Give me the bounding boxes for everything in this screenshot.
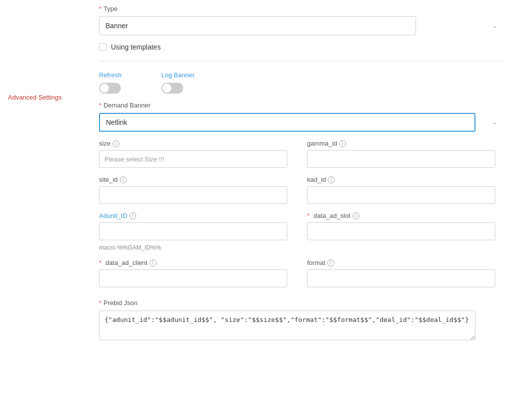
demand-select-wrapper: Netlink ⌄ [99, 113, 503, 132]
sidebar: Advanced Settings [0, 0, 79, 420]
size-input[interactable] [99, 150, 287, 168]
log-banner-label: Log Banner [161, 71, 195, 79]
gamma-id-input[interactable] [307, 150, 495, 168]
fields-grid: size i gamma_id i site_id [99, 140, 503, 287]
gamma-id-field-group: gamma_id i [307, 140, 495, 168]
adunit-id-input[interactable] [99, 222, 287, 240]
size-label: size i [99, 140, 287, 147]
type-section: *Type Banner ⌄ Using templates [99, 0, 503, 51]
advanced-section: Refresh Log Banner *Demand Banner Netlin… [99, 71, 503, 342]
using-templates-row: Using templates [99, 43, 503, 51]
data-ad-slot-label: * data_ad_slot i [307, 212, 495, 219]
refresh-label: Refresh [99, 71, 122, 79]
log-banner-toggle[interactable] [161, 83, 183, 94]
prebid-required-star: * [99, 299, 102, 307]
data-ad-client-input[interactable] [99, 269, 287, 287]
data-ad-slot-input[interactable] [307, 222, 495, 240]
using-templates-label: Using templates [111, 43, 160, 51]
format-field-group: format i [307, 259, 495, 287]
format-info-icon[interactable]: i [327, 260, 334, 266]
kad-id-field-group: kad_id i [307, 176, 495, 204]
advanced-settings-label: Advanced Settings [0, 94, 69, 101]
type-label: *Type [99, 5, 503, 12]
site-id-label: site_id i [99, 176, 287, 183]
data-ad-client-required: * [99, 259, 102, 266]
data-ad-slot-required: * [307, 212, 310, 219]
gamma-id-info-icon[interactable]: i [339, 140, 346, 147]
demand-banner-label: *Demand Banner [99, 102, 503, 109]
demand-required-star: * [99, 102, 102, 109]
type-required-star: * [99, 5, 102, 12]
kad-id-input[interactable] [307, 186, 495, 204]
data-ad-client-label: * data_ad_client i [99, 259, 287, 266]
macro-hint: macro %%GAM_ID%% [99, 244, 287, 251]
site-id-info-icon[interactable]: i [120, 176, 127, 183]
type-select[interactable]: Banner [99, 16, 416, 35]
toggle-row: Refresh Log Banner [99, 71, 503, 94]
site-id-field-group: site_id i [99, 176, 287, 204]
main-content: *Type Banner ⌄ Using templates Refresh [79, 0, 523, 420]
data-ad-client-info-icon[interactable]: i [150, 260, 157, 266]
prebid-json-section: *Prebid Json {"adunit_id":"$$adunit_id$$… [99, 299, 503, 342]
using-templates-checkbox[interactable] [99, 43, 107, 51]
format-label: format i [307, 259, 495, 266]
log-banner-toggle-group: Log Banner [161, 71, 195, 94]
demand-banner-field: *Demand Banner Netlink ⌄ [99, 102, 503, 132]
site-id-input[interactable] [99, 186, 287, 204]
kad-id-label: kad_id i [307, 176, 495, 183]
adunit-id-info-icon[interactable]: i [129, 212, 136, 219]
chevron-down-icon: ⌄ [492, 22, 497, 29]
prebid-json-textarea[interactable]: {"adunit_id":"$$adunit_id$$", "size":"$$… [99, 311, 475, 340]
kad-id-info-icon[interactable]: i [328, 176, 335, 183]
adunit-id-label: Adunit_ID i [99, 212, 287, 219]
data-ad-slot-field-group: * data_ad_slot i [307, 212, 495, 251]
format-input[interactable] [307, 269, 495, 287]
size-info-icon[interactable]: i [112, 140, 119, 147]
refresh-toggle-group: Refresh [99, 71, 122, 94]
data-ad-client-field-group: * data_ad_client i [99, 259, 287, 287]
refresh-toggle[interactable] [99, 83, 121, 94]
adunit-id-field-group: Adunit_ID i macro %%GAM_ID%% [99, 212, 287, 251]
gamma-id-label: gamma_id i [307, 140, 495, 147]
demand-banner-select[interactable]: Netlink [99, 113, 475, 132]
size-field-group: size i [99, 140, 287, 168]
type-select-wrapper: Banner ⌄ [99, 16, 503, 35]
demand-chevron-icon: ⌄ [492, 119, 497, 126]
data-ad-slot-info-icon[interactable]: i [353, 212, 360, 219]
section-divider [99, 61, 503, 61]
prebid-json-label: *Prebid Json [99, 299, 503, 307]
